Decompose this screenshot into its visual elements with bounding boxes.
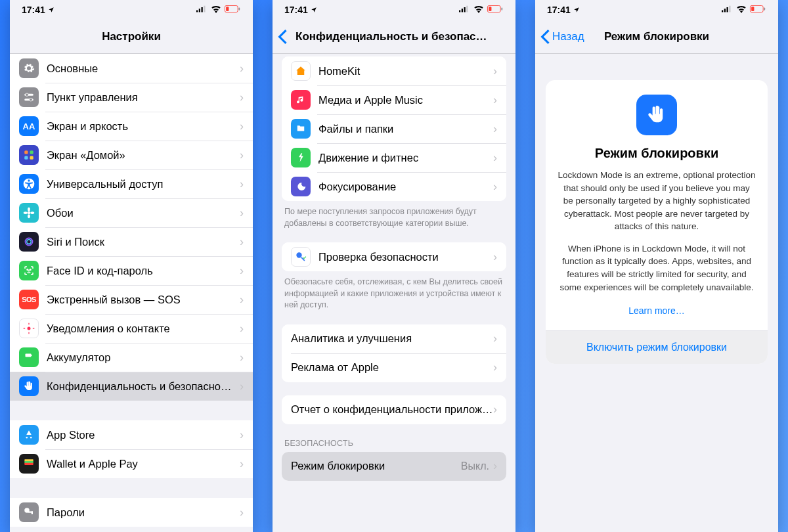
chevron-right-icon: › (240, 264, 244, 278)
svg-rect-1 (199, 9, 200, 12)
exposure-icon (19, 319, 39, 338)
back-button[interactable]: Назад (540, 20, 584, 53)
enable-lockdown-button[interactable]: Включить режим блокировки (546, 330, 768, 364)
row-label: Режим блокировки (291, 460, 461, 472)
settings-row[interactable]: AAЭкран и яркость› (10, 112, 253, 141)
row-label: Wallet и Apple Pay (47, 458, 240, 470)
row-label: Файлы и папки (318, 123, 493, 135)
svg-point-17 (28, 211, 31, 215)
card-title: Режим блокировки (558, 146, 756, 161)
chevron-right-icon: › (240, 293, 244, 307)
svg-rect-14 (30, 156, 33, 160)
row-label: Пароли (47, 506, 240, 519)
settings-row[interactable]: Фокусирование› (282, 172, 506, 201)
appstore-icon (19, 425, 39, 445)
svg-rect-52 (729, 5, 730, 12)
settings-row[interactable]: Движение и фитнес› (282, 143, 506, 172)
settings-row[interactable]: Проверка безопасности› (282, 242, 506, 271)
chevron-right-icon: › (493, 151, 497, 165)
chevron-right-icon: › (240, 148, 244, 162)
screen-title: Настройки (102, 30, 161, 43)
chevron-right-icon: › (240, 351, 244, 365)
svg-rect-54 (751, 7, 754, 11)
status-bar: 17:41 (535, 0, 778, 20)
settings-row[interactable]: Siri и Поиск› (10, 227, 253, 256)
folder-icon (291, 119, 311, 139)
battery-icon (487, 5, 504, 15)
status-right (196, 5, 241, 15)
row-label: Обои (47, 207, 240, 219)
settings-row[interactable]: Wallet и Apple Pay› (10, 449, 253, 478)
settings-row[interactable]: Конфиденциальность и безопасно…› (10, 372, 253, 401)
settings-row[interactable]: Аккумулятор› (10, 343, 253, 372)
card-paragraph-1: Lockdown Mode is an extreme, optional pr… (558, 169, 756, 233)
content[interactable]: Режим блокировки Lockdown Mode is an ext… (535, 54, 778, 532)
row-label: Фокусирование (318, 181, 493, 193)
signal-icon (722, 5, 733, 15)
battery-icon (19, 347, 39, 367)
settings-row[interactable]: SOSЭкстренный вызов — SOS› (10, 285, 253, 314)
row-label: Конфиденциальность и безопасно… (47, 380, 240, 393)
moon-icon (291, 177, 311, 196)
privacy-group-1: HomeKit›Медиа и Apple Music›Файлы и папк… (282, 56, 506, 201)
chevron-right-icon: › (240, 380, 244, 393)
svg-point-19 (28, 214, 30, 218)
safetycheck-icon (291, 247, 311, 267)
learn-more-link[interactable]: Learn more… (558, 303, 756, 317)
status-right (459, 5, 504, 15)
privacy-group-4: Отчет о конфиденциальности приложений› (282, 395, 506, 424)
lockdown-screen: 17:41 Назад Режим блокировки Режим блоки… (535, 0, 778, 532)
svg-rect-12 (30, 150, 33, 154)
settings-row[interactable]: App Store› (10, 420, 253, 449)
settings-row[interactable]: Уведомления о контакте› (10, 314, 253, 343)
fitness-icon (291, 148, 311, 167)
hand-icon (19, 376, 39, 396)
settings-row[interactable]: Медиа и Apple Music› (282, 85, 506, 114)
settings-row[interactable]: Face ID и код-пароль› (10, 256, 253, 285)
settings-row[interactable]: HomeKit› (282, 56, 506, 85)
settings-row[interactable]: Обои› (10, 198, 253, 227)
svg-rect-42 (462, 9, 463, 12)
svg-rect-50 (724, 9, 726, 12)
wallet-icon (19, 454, 39, 474)
privacy-group-2: Проверка безопасности› (282, 242, 506, 271)
settings-row[interactable]: Универсальный доступ› (10, 169, 253, 198)
row-label: Экстренный вызов — SOS (47, 294, 240, 306)
svg-point-18 (28, 208, 30, 211)
status-time: 17:41 (547, 5, 571, 15)
privacy-group-3: Аналитика и улучшения›Реклама от Apple› (282, 324, 506, 382)
hand-icon (636, 95, 677, 135)
wifi-icon (736, 5, 747, 15)
chevron-right-icon: › (240, 177, 244, 191)
svg-point-10 (30, 99, 33, 102)
svg-rect-13 (24, 156, 28, 160)
location-icon (573, 5, 580, 15)
screen-title: Режим блокировки (604, 30, 709, 43)
settings-row[interactable]: Файлы и папки› (282, 114, 506, 143)
svg-rect-51 (727, 7, 728, 12)
settings-row[interactable]: Режим блокировкиВыкл.› (282, 452, 506, 481)
row-label: Аккумулятор (47, 351, 240, 364)
back-button[interactable] (278, 20, 290, 53)
row-label: Универсальный доступ (47, 178, 240, 190)
navbar: Назад Режим блокировки (535, 20, 778, 54)
svg-point-26 (30, 269, 32, 271)
settings-row[interactable]: Отчет о конфиденциальности приложений› (282, 395, 506, 424)
content[interactable]: Основные›Пункт управления›AAЭкран и ярко… (10, 54, 253, 532)
row-label: Siri и Поиск (47, 236, 240, 248)
content[interactable]: HomeKit›Медиа и Apple Music›Файлы и папк… (273, 54, 515, 532)
settings-row[interactable]: Пароли› (10, 498, 253, 527)
location-icon (48, 5, 55, 15)
settings-row[interactable]: Пункт управления› (10, 83, 253, 112)
svg-rect-0 (196, 10, 198, 12)
settings-row[interactable]: Экран «Домой»› (10, 141, 253, 169)
navbar: Настройки (10, 20, 253, 54)
row-label: Медиа и Apple Music (318, 94, 493, 106)
settings-row[interactable]: Основные› (10, 54, 253, 83)
battery-icon (224, 5, 241, 15)
svg-rect-43 (464, 7, 466, 12)
grid-icon (19, 145, 39, 165)
settings-row[interactable]: Реклама от Apple› (282, 353, 506, 382)
settings-row[interactable]: Аналитика и улучшения› (282, 324, 506, 353)
signal-icon (196, 5, 208, 15)
